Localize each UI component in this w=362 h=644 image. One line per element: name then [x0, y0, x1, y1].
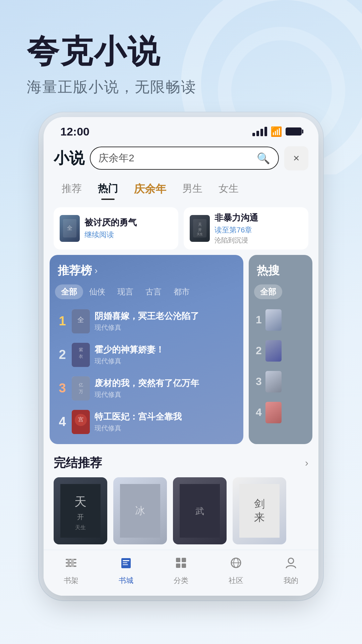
hero-subtitle: 海量正版小说，无限畅读	[27, 77, 335, 97]
book-info-4: 特工医妃：宫斗全靠我 现代修真	[95, 411, 235, 433]
svg-rect-31	[68, 559, 70, 567]
svg-rect-36	[123, 564, 128, 565]
svg-text:全: 全	[67, 225, 72, 231]
status-bar: 12:00 📶	[44, 117, 318, 141]
tab-hot[interactable]: 热门	[90, 178, 126, 200]
book-genre-1: 现代修真	[95, 323, 235, 332]
nav-shelf[interactable]: 书架	[64, 555, 78, 586]
hot-search-header: 热搜	[249, 263, 312, 284]
hot-cover-1	[265, 309, 282, 331]
hot-item-1[interactable]: 1	[253, 305, 308, 335]
recent-info-1: 被讨厌的勇气 继续阅读	[84, 217, 172, 240]
ranking-title: 推荐榜	[58, 263, 92, 278]
svg-text:衣: 衣	[79, 354, 83, 359]
hot-filter-all[interactable]: 全部	[254, 284, 282, 299]
svg-text:开: 开	[77, 513, 84, 521]
bookstore-label: 书城	[119, 576, 133, 586]
ranking-filters: 全部 仙侠 现言 古言 都市	[50, 284, 243, 305]
svg-text:宫: 宫	[78, 417, 83, 422]
tab-male[interactable]: 男生	[174, 178, 210, 200]
hot-item-2[interactable]: 2	[253, 335, 308, 366]
filter-ancient[interactable]: 古言	[139, 284, 168, 299]
ranking-item-1[interactable]: 1 全 阴婚喜嫁，冥王老公沦陷了 现代修真	[55, 305, 238, 338]
bottom-navigation: 书架 书城	[44, 550, 318, 596]
completed-section: 完结推荐 › 天 开 天生	[44, 449, 318, 550]
filter-modern[interactable]: 现言	[111, 284, 139, 299]
svg-text:全: 全	[77, 316, 84, 323]
recent-title-2: 非暴力沟通	[215, 212, 302, 224]
recent-card-1[interactable]: 全 被讨厌的勇气 继续阅读	[54, 207, 178, 250]
recent-card-2[interactable]: 天 开 天生 非暴力沟通 读至第76章 沦陷到沉浸	[184, 207, 308, 250]
hot-rank-1: 1	[255, 314, 262, 326]
svg-text:紫: 紫	[79, 347, 83, 352]
category-icon	[174, 555, 188, 574]
book-cover-4: 宫	[72, 410, 90, 434]
svg-rect-39	[176, 564, 180, 568]
svg-rect-38	[182, 558, 186, 562]
tab-female[interactable]: 女生	[210, 178, 247, 200]
nav-bookstore[interactable]: 书城	[119, 555, 133, 586]
recent-info-2: 非暴力沟通 读至第76章 沦陷到沉浸	[215, 212, 302, 245]
svg-point-44	[288, 558, 294, 564]
bookstore-icon	[119, 555, 133, 574]
svg-text:亿: 亿	[78, 382, 83, 387]
svg-rect-34	[123, 560, 129, 561]
filter-all[interactable]: 全部	[55, 284, 83, 299]
svg-text:武: 武	[195, 506, 204, 516]
hot-item-4[interactable]: 4	[253, 397, 308, 428]
ranking-item-2[interactable]: 2 紫 衣 霍少的神算娇妻！ 现代修真	[55, 338, 238, 372]
nav-community[interactable]: 社区	[229, 555, 243, 586]
filter-city[interactable]: 都市	[168, 284, 196, 299]
book-genre-3: 现代修真	[95, 390, 235, 399]
rank-number-2: 2	[58, 347, 67, 362]
hot-search-title: 热搜	[257, 263, 280, 278]
community-label: 社区	[229, 576, 243, 586]
phone-mockup: 12:00 📶 小说 庆余年2 🔍 ×	[44, 117, 318, 596]
book-cover-1: 全	[72, 309, 90, 333]
hero-section: 夸克小说 海量正版小说，无限畅读	[0, 0, 362, 114]
category-label: 分类	[174, 576, 188, 586]
rank-number-3: 3	[58, 381, 67, 395]
completed-book-1[interactable]: 天 开 天生	[54, 477, 107, 544]
svg-rect-25	[239, 484, 280, 538]
hot-rank-2: 2	[255, 344, 262, 357]
completed-header: 完结推荐 ›	[54, 455, 308, 471]
search-icon[interactable]: 🔍	[257, 152, 270, 165]
completed-book-4[interactable]: 剑 来	[233, 477, 286, 544]
shelf-label: 书架	[64, 576, 78, 586]
recent-reads-section: 全 被讨厌的勇气 继续阅读 天 开 天生	[44, 205, 318, 255]
battery-icon	[286, 127, 302, 136]
hot-cover-2	[265, 340, 282, 362]
svg-rect-32	[71, 559, 74, 567]
rank-number-4: 4	[58, 415, 67, 429]
top-bar: 小说 庆余年2 🔍 ×	[44, 141, 318, 176]
tab-special[interactable]: 庆余年	[126, 178, 174, 200]
svg-text:剑: 剑	[254, 498, 265, 510]
svg-text:天: 天	[74, 495, 86, 508]
svg-rect-37	[176, 558, 180, 562]
status-time: 12:00	[60, 125, 89, 138]
book-name-3: 废材的我，突然有了亿万年	[95, 377, 235, 389]
community-icon	[229, 555, 243, 574]
search-box[interactable]: 庆余年2 🔍	[90, 147, 279, 170]
tab-navigation: 推荐 热门 庆余年 男生 女生	[44, 176, 318, 205]
ranking-item-3[interactable]: 3 亿 万 废材的我，突然有了亿万年 现代修真	[55, 372, 238, 405]
completed-arrow[interactable]: ›	[305, 457, 308, 469]
completed-book-3[interactable]: 武	[173, 477, 227, 544]
book-info-1: 阴婚喜嫁，冥王老公沦陷了 现代修真	[95, 310, 235, 332]
nav-mine[interactable]: 我的	[284, 555, 298, 586]
tab-recommend[interactable]: 推荐	[54, 178, 90, 200]
ranking-item-4[interactable]: 4 宫 特工医妃：宫斗全靠我 现代修真	[55, 405, 238, 439]
recent-sub2: 沦陷到沉浸	[215, 236, 302, 245]
completed-book-2[interactable]: 冰	[113, 477, 167, 544]
app-title: 小说	[54, 148, 84, 169]
app-content: 小说 庆余年2 🔍 × 推荐 热门 庆余年 男生 女生	[44, 141, 318, 596]
hot-item-3[interactable]: 3	[253, 366, 308, 397]
nav-category[interactable]: 分类	[174, 555, 188, 586]
ranking-arrow[interactable]: ›	[95, 265, 98, 276]
rank-number-1: 1	[58, 314, 67, 328]
svg-rect-11	[72, 376, 90, 400]
close-button[interactable]: ×	[284, 146, 308, 170]
filter-xianxia[interactable]: 仙侠	[83, 284, 111, 299]
wifi-icon: 📶	[270, 126, 282, 137]
